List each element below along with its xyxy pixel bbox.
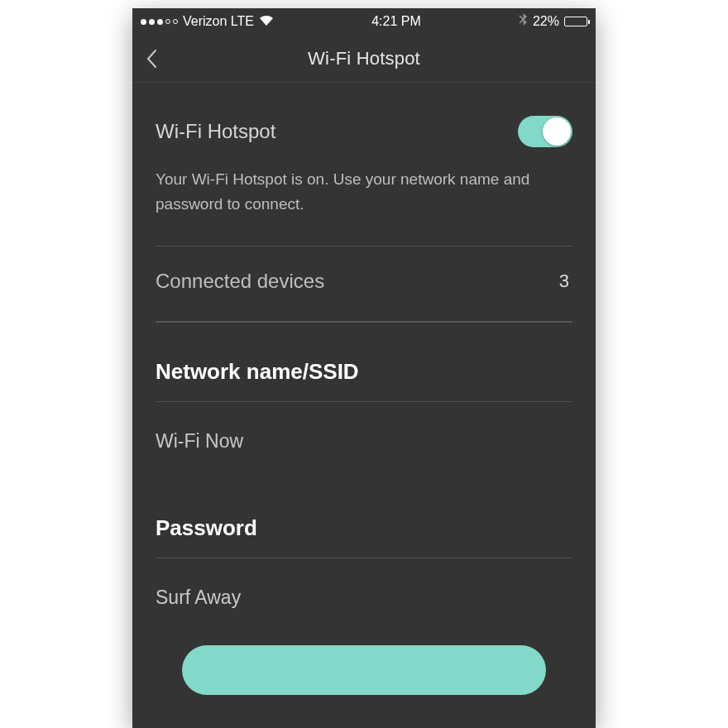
divider [156, 321, 572, 323]
status-bar-time: 4:21 PM [274, 14, 519, 29]
bluetooth-icon [519, 13, 528, 30]
hotspot-description: Your Wi-Fi Hotspot is on. Use your netwo… [156, 167, 572, 218]
hotspot-row: Wi-Fi Hotspot [156, 83, 572, 147]
hotspot-toggle[interactable] [518, 116, 572, 147]
battery-percent: 22% [533, 14, 559, 29]
connected-devices-count: 3 [559, 271, 572, 292]
password-value[interactable]: Surf Away [156, 587, 572, 635]
connected-devices-label: Connected devices [156, 270, 324, 293]
nav-bar: Wi-Fi Hotspot [132, 35, 596, 83]
primary-button[interactable] [182, 645, 546, 695]
divider [156, 401, 572, 402]
status-bar-left: Verizon LTE [141, 14, 274, 29]
status-bar-right: 22% [519, 13, 587, 30]
toggle-knob [543, 117, 571, 146]
divider [156, 558, 572, 558]
password-header: Password [156, 515, 572, 541]
network-name-header: Network name/SSID [156, 359, 572, 385]
network-name-value[interactable]: Wi-Fi Now [156, 430, 572, 479]
signal-dots-icon [141, 19, 178, 25]
connected-devices-row[interactable]: Connected devices 3 [156, 247, 572, 321]
status-bar: Verizon LTE 4:21 PM 22% [132, 8, 596, 35]
phone-screen: Verizon LTE 4:21 PM 22% Wi-Fi Hotspot Wi… [132, 8, 596, 728]
chevron-left-icon [146, 50, 157, 68]
page-title: Wi-Fi Hotspot [308, 48, 420, 69]
battery-icon [564, 17, 587, 26]
wifi-icon [259, 14, 274, 29]
back-button[interactable] [146, 35, 157, 82]
carrier-label: Verizon LTE [183, 14, 254, 29]
content: Wi-Fi Hotspot Your Wi-Fi Hotspot is on. … [132, 83, 596, 635]
hotspot-label: Wi-Fi Hotspot [156, 120, 275, 143]
